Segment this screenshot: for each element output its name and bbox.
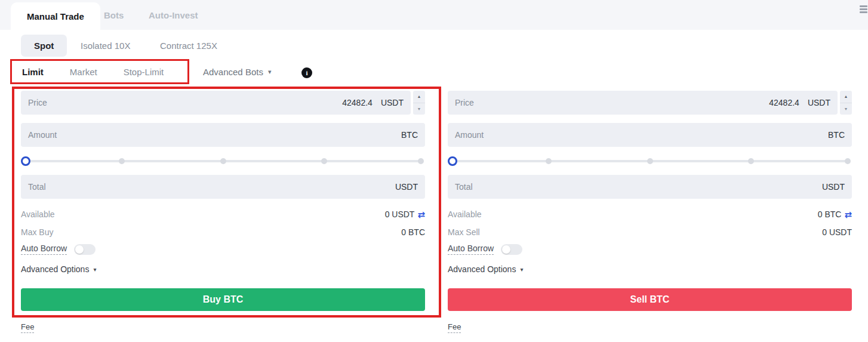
- toggle-knob: [502, 245, 510, 254]
- order-type-row: Limit Market Stop-Limit Advanced Bots ▾: [0, 59, 868, 84]
- menu-icon[interactable]: [860, 5, 867, 15]
- chevron-down-icon: ▾: [268, 68, 272, 76]
- total-unit: USDT: [395, 182, 418, 192]
- auto-borrow-label[interactable]: Auto Borrow: [448, 244, 494, 255]
- sell-panel: Price 42482.4 USDT ▲ ▼ Amount BTC Total …: [448, 91, 852, 335]
- total-unit: USDT: [822, 182, 845, 192]
- price-unit: USDT: [808, 98, 830, 107]
- available-value: 0 USDT: [385, 209, 415, 219]
- max-sell-value: 0 USDT: [822, 227, 852, 237]
- slider-stop-75[interactable]: [321, 158, 327, 164]
- amount-unit: BTC: [401, 130, 418, 140]
- max-sell-label: Max Sell: [448, 227, 480, 237]
- slider-stop-100[interactable]: [418, 158, 424, 164]
- tab-bots[interactable]: Bots: [104, 0, 124, 30]
- available-label: Available: [448, 209, 482, 219]
- buy-price-stepper: ▲ ▼: [413, 91, 425, 115]
- tab-limit[interactable]: Limit: [22, 67, 44, 77]
- sell-available-row: Available 0 BTC ⇄: [448, 209, 852, 219]
- price-increment-button[interactable]: ▲: [413, 91, 425, 103]
- advanced-bots-label: Advanced Bots: [203, 67, 263, 77]
- slider-stop-50[interactable]: [647, 158, 653, 164]
- transfer-swap-icon[interactable]: ⇄: [844, 210, 852, 219]
- order-type-tabs: Limit Market Stop-Limit: [10, 59, 189, 84]
- tab-spot[interactable]: Spot: [21, 35, 67, 57]
- toggle-knob: [75, 245, 84, 254]
- tab-stop-limit[interactable]: Stop-Limit: [124, 67, 164, 77]
- fee-label[interactable]: Fee: [21, 322, 34, 333]
- fee-label[interactable]: Fee: [448, 322, 461, 333]
- chevron-down-icon: ▾: [93, 266, 96, 273]
- advanced-bots-dropdown[interactable]: Advanced Bots ▾: [203, 59, 271, 84]
- advanced-options-label: Advanced Options: [448, 264, 516, 274]
- price-unit: USDT: [381, 98, 404, 107]
- tab-isolated-10x[interactable]: Isolated 10X: [81, 33, 130, 57]
- buy-available-row: Available 0 USDT ⇄: [21, 209, 425, 219]
- tab-market[interactable]: Market: [70, 67, 97, 77]
- sell-btc-button[interactable]: Sell BTC: [448, 288, 852, 311]
- available-value: 0 BTC: [818, 209, 842, 219]
- slider-stop-25[interactable]: [546, 158, 552, 164]
- price-label: Price: [455, 98, 474, 107]
- amount-label: Amount: [455, 130, 484, 140]
- price-decrement-button[interactable]: ▼: [413, 103, 425, 115]
- price-decrement-button[interactable]: ▼: [840, 103, 852, 115]
- trading-page: Manual Trade Bots Auto-Invest Spot Isola…: [0, 0, 868, 342]
- max-buy-label: Max Buy: [21, 227, 53, 237]
- buy-price-field[interactable]: Price 42482.4 USDT: [21, 91, 411, 115]
- market-type-row: Spot Isolated 10X Contract 125X: [0, 33, 868, 57]
- sell-amount-field[interactable]: Amount BTC: [448, 123, 852, 147]
- slider-stop-75[interactable]: [748, 158, 754, 164]
- sell-amount-slider[interactable]: [448, 155, 852, 167]
- price-increment-button[interactable]: ▲: [840, 91, 852, 103]
- auto-borrow-label[interactable]: Auto Borrow: [21, 244, 67, 255]
- amount-unit: BTC: [828, 130, 845, 140]
- slider-handle[interactable]: [21, 156, 30, 166]
- sell-total-field[interactable]: Total USDT: [448, 175, 852, 199]
- tab-manual-trade[interactable]: Manual Trade: [11, 2, 100, 30]
- price-value: 42482.4: [769, 98, 799, 107]
- chevron-down-icon: ▾: [520, 266, 523, 273]
- sell-price-field[interactable]: Price 42482.4 USDT: [448, 91, 838, 115]
- buy-total-field[interactable]: Total USDT: [21, 175, 425, 199]
- available-label: Available: [21, 209, 55, 219]
- auto-borrow-toggle[interactable]: [501, 244, 522, 255]
- auto-borrow-toggle[interactable]: [74, 244, 96, 255]
- sell-auto-borrow-row: Auto Borrow: [448, 244, 522, 255]
- tab-contract-125x[interactable]: Contract 125X: [160, 33, 217, 57]
- sell-max-row: Max Sell 0 USDT: [448, 227, 852, 237]
- sell-advanced-options[interactable]: Advanced Options ▾: [448, 264, 523, 274]
- top-tabbar: Manual Trade Bots Auto-Invest: [0, 0, 868, 30]
- total-label: Total: [455, 182, 473, 192]
- slider-handle[interactable]: [448, 156, 457, 166]
- advanced-options-label: Advanced Options: [21, 264, 89, 274]
- price-value: 42482.4: [342, 98, 373, 107]
- buy-btc-button[interactable]: Buy BTC: [21, 288, 425, 311]
- buy-max-row: Max Buy 0 BTC: [21, 227, 425, 237]
- info-icon[interactable]: i: [301, 67, 312, 78]
- buy-auto-borrow-row: Auto Borrow: [21, 244, 96, 255]
- slider-stop-100[interactable]: [845, 158, 851, 164]
- buy-advanced-options[interactable]: Advanced Options ▾: [21, 264, 96, 274]
- buy-amount-slider[interactable]: [21, 155, 425, 167]
- slider-stop-25[interactable]: [119, 158, 125, 164]
- sell-price-stepper: ▲ ▼: [840, 91, 852, 115]
- transfer-swap-icon[interactable]: ⇄: [417, 210, 425, 219]
- tab-auto-invest[interactable]: Auto-Invest: [149, 0, 198, 30]
- total-label: Total: [28, 182, 46, 192]
- price-label: Price: [28, 98, 47, 107]
- amount-label: Amount: [28, 130, 57, 140]
- max-buy-value: 0 BTC: [401, 227, 425, 237]
- slider-stop-50[interactable]: [220, 158, 226, 164]
- buy-panel: Price 42482.4 USDT ▲ ▼ Amount BTC Total …: [21, 91, 425, 335]
- buy-amount-field[interactable]: Amount BTC: [21, 123, 425, 147]
